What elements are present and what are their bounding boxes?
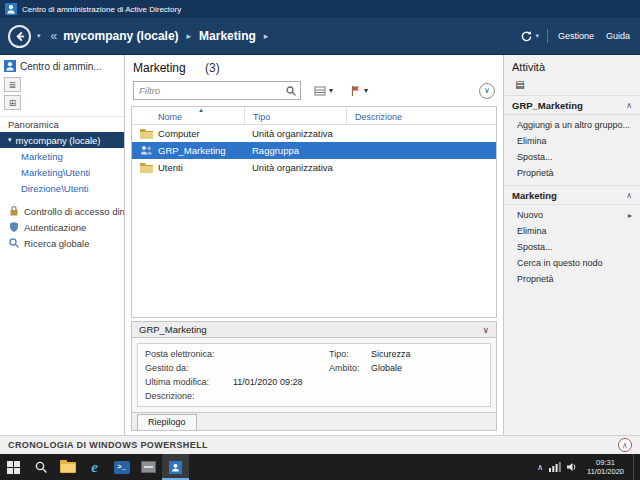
powershell-history-label: CRONOLOGIA DI WINDOWS POWERSHELL <box>8 440 208 450</box>
nav-right-group: ▾ Gestione Guida <box>520 29 632 43</box>
tasks-pane: Attività ▤ GRP_Marketing ∧ Aggiungi a un… <box>504 55 640 435</box>
details-header[interactable]: GRP_Marketing ∨ <box>131 321 497 338</box>
task-move[interactable]: Sposta... <box>504 149 640 165</box>
refresh-button[interactable]: ▾ <box>520 30 539 43</box>
query-options-button[interactable]: ▾ <box>309 81 338 100</box>
taskbar-adac-active[interactable] <box>162 454 189 480</box>
sidebar-item-direzione-utenti[interactable]: Direzione\Utenti <box>0 180 124 196</box>
tasks-toolbar: ▤ <box>504 76 640 96</box>
person-icon <box>170 462 181 473</box>
table-row-grp-marketing[interactable]: GRP_Marketing Raggruppa <box>132 142 496 159</box>
tab-riepilogo[interactable]: Riepilogo <box>137 414 197 430</box>
object-list: ▲ Nome Tipo Descrizione Computer Unità o… <box>131 106 497 318</box>
tree-view-button[interactable]: ⊞ <box>4 95 21 110</box>
sort-asc-icon: ▲ <box>198 107 204 113</box>
list-view-button[interactable]: ≣ <box>4 77 21 92</box>
task-label: Nuovo <box>517 210 543 220</box>
breadcrumb-separator-icon[interactable]: ▸ <box>264 31 269 41</box>
scope-flag-button[interactable]: ▾ <box>346 81 373 100</box>
field-label: Ambito: <box>329 363 371 373</box>
task-delete[interactable]: Elimina <box>504 223 640 239</box>
task-move[interactable]: Sposta... <box>504 239 640 255</box>
row-name-cell: Utenti <box>132 162 244 173</box>
navigation-bar: ▾ « mycompany (locale) ▸ Marketing ▸ ▾ G… <box>0 18 640 54</box>
task-label: Aggiungi a un altro gruppo... <box>517 120 630 130</box>
filter-input[interactable] <box>134 82 300 99</box>
start-button[interactable] <box>0 454 27 480</box>
taskbar-clock[interactable]: 09:31 11/01/2020 <box>584 458 627 477</box>
task-add-to-group[interactable]: Aggiungi a un altro gruppo... <box>504 117 640 133</box>
row-name: GRP_Marketing <box>158 145 226 156</box>
history-dropdown-icon[interactable]: ▾ <box>37 32 41 40</box>
sidebar-item-dynamic-access-control[interactable]: Controllo di accesso dina... <box>0 203 124 219</box>
taskbar-search-button[interactable] <box>27 454 54 480</box>
clock-date: 11/01/2020 <box>587 467 624 476</box>
organizational-unit-icon <box>140 162 153 173</box>
task-new[interactable]: Nuovo ▸ <box>504 207 640 223</box>
sidebar: Centro di ammin... ≣ ⊞ Panoramica ▾ myco… <box>0 55 125 435</box>
network-icon[interactable] <box>549 462 561 472</box>
row-type: Unità organizzativa <box>244 128 346 139</box>
details-title: GRP_Marketing <box>139 324 207 335</box>
row-name: Computer <box>158 128 200 139</box>
collapse-details-icon[interactable]: ∨ <box>482 325 489 335</box>
table-row-utenti[interactable]: Utenti Unità organizzativa <box>132 159 496 176</box>
search-icon[interactable] <box>285 85 297 97</box>
filter-box <box>133 81 301 100</box>
task-search-node[interactable]: Cerca in questo nodo <box>504 255 640 271</box>
task-items: Aggiungi a un altro gruppo... Elimina Sp… <box>504 115 640 185</box>
task-label: Elimina <box>517 136 547 146</box>
field-value <box>233 363 329 373</box>
item-count: (3) <box>205 61 220 75</box>
tray-chevron-icon[interactable]: ∧ <box>537 463 543 472</box>
window-title: Centro di amministrazione di Active Dire… <box>22 5 181 14</box>
sidebar-item-label: Marketing <box>21 151 63 162</box>
field-spacer <box>371 377 483 387</box>
sidebar-item-marketing[interactable]: Marketing <box>0 148 124 164</box>
back-button[interactable] <box>8 25 31 48</box>
sidebar-item-marketing-utenti[interactable]: Marketing\Utenti <box>0 164 124 180</box>
organizational-unit-icon <box>140 128 153 139</box>
breadcrumb-levels-icon[interactable]: « <box>51 29 58 43</box>
taskbar-server-manager[interactable] <box>135 454 162 480</box>
task-delete[interactable]: Elimina <box>504 133 640 149</box>
sidebar-item-autenticazione[interactable]: Autenticazione <box>0 219 124 235</box>
task-section-header[interactable]: GRP_Marketing ∧ <box>504 96 640 115</box>
page-title: Marketing (3) <box>131 59 497 81</box>
field-value: Sicurezza <box>371 349 483 359</box>
menu-help[interactable]: Guida <box>604 29 632 43</box>
clock-time: 09:31 <box>587 458 624 467</box>
expand-filter-icon[interactable]: ∨ <box>479 83 495 99</box>
powershell-history-bar[interactable]: CRONOLOGIA DI WINDOWS POWERSHELL ∧ <box>0 435 640 454</box>
column-header-description[interactable]: Descrizione <box>346 107 496 124</box>
task-section-header[interactable]: Marketing ∧ <box>504 185 640 205</box>
task-section-title: Marketing <box>512 190 557 201</box>
sidebar-item-mycompany[interactable]: ▾ mycompany (locale) <box>0 132 124 148</box>
taskbar-internet-explorer[interactable]: e <box>81 454 108 480</box>
sidebar-item-label: Panoramica <box>8 119 59 130</box>
collapse-section-icon[interactable]: ∧ <box>626 101 632 110</box>
task-properties[interactable]: Proprietà <box>504 165 640 181</box>
tasks-title: Attività <box>504 55 640 76</box>
sidebar-header-label: Centro di ammin... <box>20 61 102 72</box>
sidebar-item-ricerca-globale[interactable]: Ricerca globale <box>0 235 124 251</box>
row-type: Unità organizzativa <box>244 162 346 173</box>
column-header-type[interactable]: Tipo <box>244 107 346 124</box>
sidebar-item-panoramica[interactable]: Panoramica <box>0 116 124 132</box>
task-properties[interactable]: Proprietà <box>504 271 640 287</box>
show-desktop-button[interactable] <box>633 454 637 480</box>
tree-expander-icon[interactable]: ▾ <box>8 136 12 144</box>
menu-manage[interactable]: Gestione <box>556 29 596 43</box>
collapse-section-icon[interactable]: ∧ <box>626 191 632 200</box>
taskbar-powershell[interactable]: >_ <box>108 454 135 480</box>
speaker-icon[interactable] <box>567 462 578 472</box>
lock-icon <box>8 205 20 217</box>
field-label: Gestito da: <box>145 363 233 373</box>
column-header-name[interactable]: Nome <box>132 107 244 124</box>
taskbar-file-explorer[interactable] <box>54 454 81 480</box>
tasks-tool-icon[interactable]: ▤ <box>512 77 528 91</box>
breadcrumb-root[interactable]: mycompany (locale) <box>63 29 178 43</box>
breadcrumb-current[interactable]: Marketing <box>199 29 256 43</box>
powershell-expand-icon[interactable]: ∧ <box>618 438 632 452</box>
table-row-computer[interactable]: Computer Unità organizzativa <box>132 125 496 142</box>
